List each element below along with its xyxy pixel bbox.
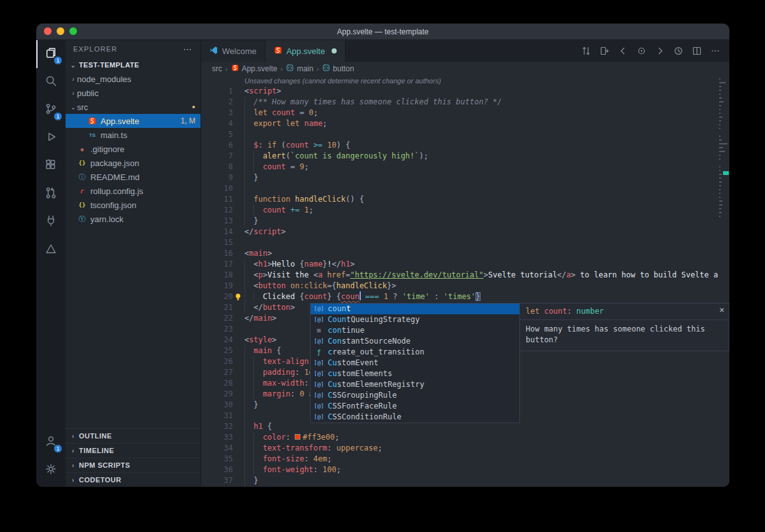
suggest-item-create_out_transition[interactable]: ƒcreate_out_transition — [311, 347, 519, 358]
code-content: Clicked {count} {coun === 1 ? 'time' : '… — [244, 291, 481, 302]
tree-item-package-json[interactable]: {}package.json — [66, 156, 200, 170]
code-line[interactable]: 4export let name; — [201, 118, 729, 129]
code-line[interactable]: 17<h1>Hello {name}!</h1> — [201, 259, 729, 270]
code-line[interactable]: 34text-transform: uppercase; — [201, 443, 729, 454]
minimap[interactable] — [718, 76, 729, 487]
file-history-icon[interactable] — [673, 46, 684, 56]
code-editor[interactable]: Unsaved changes (cannot determine recent… — [201, 76, 729, 487]
code-line[interactable]: 1<script> — [201, 86, 729, 97]
activity-bar-item-github-pull-requests[interactable] — [36, 180, 66, 208]
more-actions-icon[interactable] — [710, 46, 720, 56]
tree-item-main-ts[interactable]: TSmain.ts — [66, 128, 200, 142]
code-line[interactable]: 14</script> — [201, 227, 729, 237]
tree-item-rollup-config-js[interactable]: rrollup.config.js — [66, 184, 200, 198]
suggest-item-cssgroupingrule[interactable]: [@]CSSGroupingRule — [311, 390, 519, 401]
code-line[interactable]: 5 — [201, 129, 729, 140]
next-change-icon[interactable] — [655, 46, 665, 56]
code-line[interactable]: 2/** How many times has someone clicked … — [201, 97, 729, 108]
close-icon[interactable]: ✕ — [719, 305, 724, 314]
tree-item-readme-md[interactable]: ⓘREADME.md — [66, 170, 200, 184]
sidebar-panel-codetour[interactable]: ›CODETOUR — [66, 472, 200, 487]
tree-item-node-modules[interactable]: ›node_modules — [66, 72, 200, 86]
zoom-window-button[interactable] — [69, 27, 77, 35]
suggest-item-cssfontfacerule[interactable]: [@]CSSFontFaceRule — [311, 401, 519, 412]
activity-bar-item-settings[interactable] — [36, 456, 66, 484]
activity-bar-item-azure[interactable] — [36, 236, 66, 264]
code-token: > — [272, 335, 276, 344]
line-number: 8 — [201, 162, 244, 172]
line-number: 12 — [201, 205, 244, 216]
chevron-down-icon: ⌄ — [69, 104, 77, 111]
activity-bar-item-explorer[interactable]: 1 — [36, 40, 66, 68]
code-token: } — [323, 260, 327, 269]
code-line[interactable]: 15 — [201, 237, 729, 248]
sidebar-more-icon[interactable]: ⋯ — [183, 44, 193, 54]
open-changes-icon[interactable] — [600, 46, 610, 56]
suggest-list: [@]count[@]CountQueuingStrategy≡continue… — [310, 303, 520, 423]
suggest-item-count[interactable]: [@]count — [311, 304, 519, 314]
close-window-button[interactable] — [44, 27, 52, 35]
code-line[interactable]: 18<p>Visit the <a href="https://svelte.d… — [201, 270, 729, 281]
sidebar-panel-timeline[interactable]: ›TIMELINE — [66, 443, 200, 458]
code-line[interactable]: 9} — [201, 172, 729, 183]
code-line[interactable]: 36font-weight: 100; — [201, 465, 729, 475]
project-section-header[interactable]: ⌄ TEST-TEMPLATE — [66, 58, 200, 72]
activity-bar-item-source-control[interactable]: 1 — [36, 96, 66, 124]
sidebar-panel-npm-scripts[interactable]: ›NPM SCRIPTS — [66, 458, 200, 472]
tree-item-yarn-lock[interactable]: Ⓨyarn.lock — [66, 212, 200, 226]
code-line[interactable]: 6$: if (count >= 10) { — [201, 140, 729, 151]
activity-bar-item-search[interactable] — [36, 68, 66, 96]
code-line[interactable]: 16<main> — [201, 248, 729, 259]
suggest-item-continue[interactable]: ≡continue — [311, 325, 519, 336]
breadcrumb-item-src[interactable]: src — [212, 64, 222, 73]
tree-item-src[interactable]: ⌄src● — [66, 100, 200, 114]
code-line[interactable]: 37} — [201, 475, 729, 486]
activity-bar-item-run-debug[interactable] — [36, 124, 66, 152]
changes-dot-icon[interactable] — [636, 46, 647, 56]
code-line[interactable]: 12count += 1; — [201, 205, 729, 216]
code-line[interactable]: 7alert(`count is dangerously high!`); — [201, 151, 729, 162]
breadcrumb-item-app-svelte[interactable]: App.svelte — [231, 64, 277, 74]
minimize-window-button[interactable] — [57, 27, 64, 35]
sidebar-panel-outline[interactable]: ›OUTLINE — [66, 428, 200, 443]
lightbulb-icon[interactable] — [233, 292, 243, 302]
minimap-line — [719, 139, 722, 141]
code-line[interactable]: 13} — [201, 216, 729, 227]
tree-item--gitignore[interactable]: ◈.gitignore — [66, 142, 200, 156]
code-line[interactable]: 33color: #ff3e00; — [201, 432, 729, 443]
breadcrumb: src›App.svelte›main›button — [201, 62, 729, 76]
tree-item-tsconfig-json[interactable]: {}tsconfig.json — [66, 198, 200, 212]
code-line[interactable]: 10 — [201, 183, 729, 194]
code-line[interactable]: 3let count = 0; — [201, 108, 729, 118]
activity-bar-item-accounts[interactable]: 1 — [36, 428, 66, 456]
suggest-item-constantsourcenode[interactable]: [@]ConstantSourceNode — [311, 336, 519, 347]
tab-welcome[interactable]: Welcome — [201, 40, 265, 62]
tree-item-public[interactable]: ›public — [66, 86, 200, 100]
code-token: if — [267, 141, 276, 150]
tab-app-svelte[interactable]: App.svelte — [265, 40, 346, 62]
minimap-line — [719, 136, 720, 137]
suggest-item-cssconditionrule[interactable]: [@]CSSConditionRule — [311, 412, 519, 423]
breadcrumb-item-main[interactable]: main — [286, 64, 313, 74]
code-token: : — [286, 433, 295, 442]
title-bar[interactable]: App.svelte — test-template — [36, 24, 729, 40]
suggest-item-customevent[interactable]: [@]CustomEvent — [311, 358, 519, 368]
tree-item-app-svelte[interactable]: App.svelte1, M — [66, 114, 200, 128]
activity-bar-item-remote[interactable] — [36, 208, 66, 236]
code-line[interactable]: 35font-size: 4em; — [201, 454, 729, 465]
suggest-item-customelements[interactable]: [@]customElements — [311, 368, 519, 379]
split-editor-icon[interactable] — [692, 46, 702, 56]
panel-label: CODETOUR — [79, 476, 122, 484]
intellisense-popup: [@]count[@]CountQueuingStrategy≡continue… — [310, 303, 729, 423]
json-file-icon: {} — [77, 158, 87, 168]
code-line[interactable]: 11function handleClick() { — [201, 194, 729, 205]
code-line[interactable]: 8count = 9; — [201, 162, 729, 172]
previous-change-icon[interactable] — [618, 46, 628, 56]
activity-bar-item-extensions[interactable] — [36, 152, 66, 180]
code-line[interactable]: 20Clicked {count} {coun === 1 ? 'time' :… — [201, 291, 729, 302]
code-line[interactable]: 19<button on:click={handleClick}> — [201, 281, 729, 291]
suggest-item-customelementregistry[interactable]: [@]CustomElementRegistry — [311, 379, 519, 390]
breadcrumb-item-button[interactable]: button — [322, 64, 354, 74]
suggest-item-countqueuingstrategy[interactable]: [@]CountQueuingStrategy — [311, 314, 519, 325]
compare-changes-icon[interactable] — [581, 46, 591, 56]
